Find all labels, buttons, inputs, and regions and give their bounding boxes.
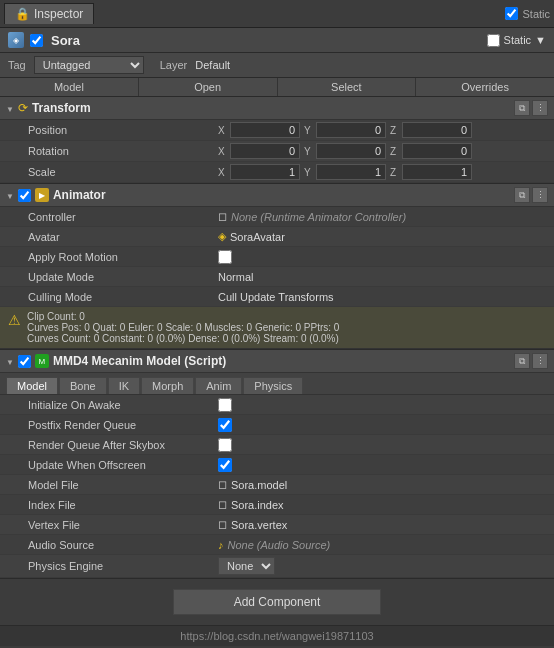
dropdown-arrow-icon: ▼ [535,34,546,46]
animator-enabled-checkbox[interactable] [18,189,31,202]
scale-x-input[interactable] [230,164,300,180]
mmd-tab-morph[interactable]: Morph [141,377,194,394]
transform-header[interactable]: ⟳ Transform ⧉ ⋮ [0,97,554,120]
audio-source-icon: ♪ [218,539,224,551]
rotation-z-input[interactable] [402,143,472,159]
animator-collapse-arrow [6,190,14,201]
mmd-enabled-checkbox[interactable] [18,355,31,368]
position-z-item: Z [390,122,472,138]
inspector-tab[interactable]: 🔒 Inspector [4,3,94,24]
postfix-render-queue-checkbox[interactable] [218,418,232,432]
model-file-value-area: ◻ Sora.model [218,478,546,491]
open-btn[interactable]: Open [139,78,278,96]
controller-value: None (Runtime Animator Controller) [231,211,406,223]
position-row: Position X Y Z [0,120,554,141]
animator-menu-btn[interactable]: ⋮ [532,187,548,203]
position-y-input[interactable] [316,122,386,138]
render-queue-after-skybox-checkbox[interactable] [218,438,232,452]
mmd-tab-anim[interactable]: Anim [195,377,242,394]
model-file-icon: ◻ [218,478,227,491]
rotation-z-item: Z [390,143,472,159]
scale-z-label: Z [390,167,400,178]
mmd-tab-model[interactable]: Model [6,377,58,394]
warning-text: Clip Count: 0 Curves Pos: 0 Quat: 0 Eule… [27,311,339,344]
update-when-offscreen-checkbox[interactable] [218,458,232,472]
object-static-label: Static [504,34,532,46]
position-x-input[interactable] [230,122,300,138]
render-queue-after-skybox-row: Render Queue After Skybox [0,435,554,455]
add-component-button[interactable]: Add Component [173,589,382,615]
postfix-render-queue-label: Postfix Render Queue [28,419,218,431]
animator-title: Animator [53,188,510,202]
avatar-icon: ◈ [218,230,226,243]
overrides-btn[interactable]: Overrides [416,78,554,96]
animator-component: ▶ Animator ⧉ ⋮ Controller ◻ None (Runtim… [0,184,554,350]
culling-mode-row: Culling Mode Cull Update Transforms [0,287,554,307]
avatar-row: Avatar ◈ SoraAvatar [0,227,554,247]
scale-y-input[interactable] [316,164,386,180]
position-label: Position [28,124,218,136]
position-xyz: X Y Z [218,122,546,138]
mmd-menu-btn[interactable]: ⋮ [532,353,548,369]
scale-z-input[interactable] [402,164,472,180]
index-file-row: Index File ◻ Sora.index [0,495,554,515]
physics-engine-select[interactable]: None [218,557,275,575]
scale-row: Scale X Y Z [0,162,554,183]
transform-icon: ⟳ [18,101,28,115]
tag-label: Tag [8,59,26,71]
audio-source-label: Audio Source [28,539,218,551]
mmd-tab-ik[interactable]: IK [108,377,140,394]
audio-source-value: None (Audio Source) [228,539,331,551]
controller-row: Controller ◻ None (Runtime Animator Cont… [0,207,554,227]
apply-root-motion-checkbox[interactable] [218,250,232,264]
mmd-collapse-arrow [6,356,14,367]
update-mode-row: Update Mode Normal [0,267,554,287]
model-btn[interactable]: Model [0,78,139,96]
transform-copy-btn[interactable]: ⧉ [514,100,530,116]
rotation-y-input[interactable] [316,143,386,159]
scale-y-item: Y [304,164,386,180]
object-name: Sora [51,33,481,48]
mmd-copy-btn[interactable]: ⧉ [514,353,530,369]
position-x-item: X [218,122,300,138]
tag-select[interactable]: Untagged [34,56,144,74]
vertex-file-value: Sora.vertex [231,519,287,531]
culling-mode-value: Cull Update Transforms [218,291,546,303]
scale-x-label: X [218,167,228,178]
object-enabled-checkbox[interactable] [30,34,43,47]
apply-root-motion-label: Apply Root Motion [28,251,218,263]
select-btn[interactable]: Select [278,78,417,96]
object-static-area: Static ▼ [487,34,546,47]
initialize-on-awake-checkbox[interactable] [218,398,232,412]
controller-value-area: ◻ None (Runtime Animator Controller) [218,210,546,223]
position-x-label: X [218,125,228,136]
index-file-value: Sora.index [231,499,284,511]
apply-root-motion-row: Apply Root Motion [0,247,554,267]
position-y-label: Y [304,125,314,136]
audio-source-value-area: ♪ None (Audio Source) [218,539,546,551]
position-z-label: Z [390,125,400,136]
animator-header[interactable]: ▶ Animator ⧉ ⋮ [0,184,554,207]
model-file-row: Model File ◻ Sora.model [0,475,554,495]
index-file-value-area: ◻ Sora.index [218,498,546,511]
avatar-value-area: ◈ SoraAvatar [218,230,546,243]
mmd-tab-bone[interactable]: Bone [59,377,107,394]
scale-xyz: X Y Z [218,164,546,180]
animator-copy-btn[interactable]: ⧉ [514,187,530,203]
rotation-y-item: Y [304,143,386,159]
mmd-model-header[interactable]: M MMD4 Mecanim Model (Script) ⧉ ⋮ [0,350,554,373]
update-mode-value: Normal [218,271,546,283]
transform-menu-btn[interactable]: ⋮ [532,100,548,116]
tab-bar: 🔒 Inspector Static [0,0,554,28]
update-when-offscreen-label: Update When Offscreen [28,459,218,471]
position-z-input[interactable] [402,122,472,138]
tag-layer-row: Tag Untagged Layer Default [0,53,554,78]
static-checkbox[interactable] [505,7,518,20]
rotation-x-label: X [218,146,228,157]
physics-engine-row: Physics Engine None [0,555,554,578]
animator-icon: ▶ [35,188,49,202]
object-static-checkbox[interactable] [487,34,500,47]
rotation-z-label: Z [390,146,400,157]
rotation-x-input[interactable] [230,143,300,159]
mmd-tab-physics[interactable]: Physics [243,377,303,394]
